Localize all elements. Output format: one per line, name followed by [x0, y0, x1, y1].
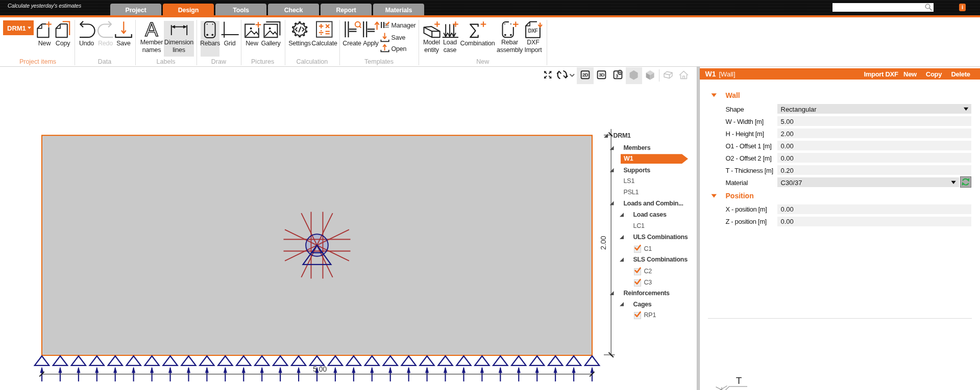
svg-text:A: A: [145, 19, 158, 40]
svg-text:2.00: 2.00: [599, 236, 607, 249]
